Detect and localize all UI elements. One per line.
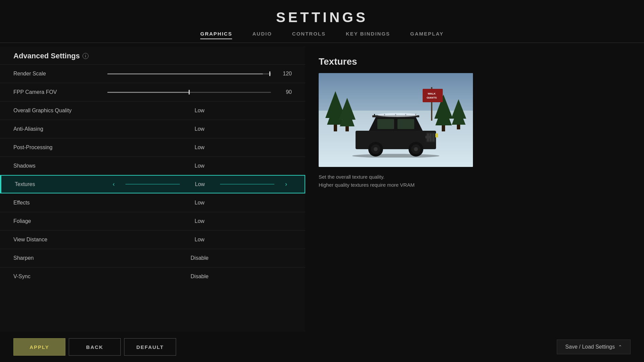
save-load-label: Save / Load Settings [565,344,615,350]
row-label-post-processing: Post-Processing [13,144,107,150]
slider-thumb-render-scale [269,71,270,76]
tree-right-2 [451,99,466,129]
row-label-view-distance: View Distance [13,237,107,243]
dropdown-overall-graphics-quality[interactable]: Low [107,108,292,114]
svg-rect-18 [377,119,394,129]
dropdown-value-post-processing: Low [186,144,213,150]
svg-text:GIANTS: GIANTS [427,96,437,99]
dropdown-post-processing[interactable]: Low [107,144,292,150]
page-title: SETTINGS [0,9,644,25]
svg-rect-19 [397,119,414,129]
left-panel: Advanced Settings i Render Scale 120 FPP… [0,46,305,362]
dropdown-value-anti-aliasing: Low [186,126,213,132]
slider-track-render-scale [107,73,271,74]
section-header: Advanced Settings i [0,46,305,64]
slider-value-fpp: 90 [275,89,292,95]
svg-marker-17 [369,117,423,131]
main-content: Advanced Settings i Render Scale 120 FPP… [0,46,644,362]
row-v-sync[interactable]: V-Sync Disable [0,267,305,286]
row-post-processing[interactable]: Post-Processing Low [0,138,305,157]
slider-thumb-fpp [189,90,190,95]
row-textures[interactable]: Textures ‹ Low › [0,175,305,193]
dropdown-v-sync[interactable]: Disable [107,274,292,280]
slider-track-fpp [107,92,271,93]
row-label-effects: Effects [13,200,107,206]
preview-desc-line1: Set the overall texture quality. [319,173,631,181]
tab-gameplay[interactable]: GAMEPLAY [410,31,444,39]
slider-fpp-camera-fov[interactable]: 90 [107,89,292,95]
svg-rect-24 [435,133,438,137]
row-label-textures: Textures [15,181,109,187]
dropdown-value-view-distance: Low [186,237,213,243]
section-title: Advanced Settings [13,52,80,60]
svg-point-37 [377,113,418,117]
dropdown-anti-aliasing[interactable]: Low [107,126,292,132]
textures-arrow-line [125,184,180,184]
row-label-anti-aliasing: Anti-Aliasing [13,126,107,132]
dropdown-value-shadows: Low [186,163,213,169]
dropdown-foliage[interactable]: Low [107,218,292,224]
row-overall-graphics-quality[interactable]: Overall Graphics Quality Low [0,101,305,120]
dropdown-value-v-sync: Disable [186,274,213,280]
left-buttons: APPLY BACK DEFAULT [13,338,176,356]
svg-rect-23 [432,133,434,141]
dropdown-view-distance[interactable]: Low [107,237,292,243]
info-icon[interactable]: i [83,53,89,59]
row-label-v-sync: V-Sync [13,274,107,280]
svg-rect-38 [425,136,431,138]
header: SETTINGS GRAPHICS AUDIO CONTROLS KEY BIN… [0,0,644,46]
chevron-up-icon: ⌃ [618,344,622,350]
row-view-distance[interactable]: View Distance Low [0,230,305,249]
default-button[interactable]: DEFAULT [124,338,176,356]
row-effects[interactable]: Effects Low [0,193,305,212]
row-foliage[interactable]: Foliage Low [0,212,305,230]
row-label-overall-graphics-quality: Overall Graphics Quality [13,108,107,114]
bottom-bar: APPLY BACK DEFAULT Save / Load Settings … [0,332,644,362]
tab-key-bindings[interactable]: KEY BINDINGS [346,31,390,39]
svg-rect-2 [334,125,337,131]
tab-controls[interactable]: CONTROLS [292,31,326,39]
preview-title: Textures [319,56,631,67]
slider-fill-fpp [107,92,189,93]
tab-graphics[interactable]: GRAPHICS [200,31,232,39]
svg-rect-16 [356,131,436,149]
dropdown-shadows[interactable]: Low [107,163,292,169]
svg-rect-32 [374,114,375,117]
row-label-render-scale: Render Scale [13,71,107,77]
slider-render-scale[interactable]: 120 [107,71,292,77]
save-load-button[interactable]: Save / Load Settings ⌃ [557,340,631,354]
svg-point-30 [414,147,418,151]
tab-audio[interactable]: AUDIO [252,31,272,39]
slider-fill-render-scale [107,73,263,74]
row-label-fpp-camera-fov: FPP Camera FOV [13,89,107,95]
dropdown-value-foliage: Low [186,218,213,224]
svg-rect-11 [457,125,460,129]
dropdown-effects[interactable]: Low [107,200,292,206]
textures-arrow-line2 [220,184,274,184]
row-label-foliage: Foliage [13,218,107,224]
tabs-bar: GRAPHICS AUDIO CONTROLS KEY BINDINGS GAM… [0,31,644,43]
dropdown-value-effects: Low [186,200,213,206]
preview-image: WALK GIANTS [319,73,473,167]
row-fpp-camera-fov[interactable]: FPP Camera FOV 90 [0,83,305,101]
svg-point-39 [352,154,439,158]
back-button[interactable]: BACK [69,338,121,356]
svg-text:WALK: WALK [428,92,436,95]
row-label-shadows: Shadows [13,163,107,169]
row-sharpen[interactable]: Sharpen Disable [0,249,305,267]
textures-arrow-left[interactable]: ‹ [109,181,119,188]
preview-desc-line2: Higher quality textures require more VRA… [319,181,631,189]
vehicle [345,111,446,158]
row-shadows[interactable]: Shadows Low [0,157,305,175]
dropdown-sharpen[interactable]: Disable [107,255,292,261]
svg-rect-13 [423,89,443,102]
dropdown-value-overall-graphics-quality: Low [186,108,213,114]
dropdown-value-sharpen: Disable [186,255,213,261]
row-render-scale[interactable]: Render Scale 120 [0,64,305,83]
textures-arrow-control: ‹ Low › [109,181,291,188]
textures-arrow-right[interactable]: › [281,181,291,188]
preview-description: Set the overall texture quality. Higher … [319,173,631,189]
row-anti-aliasing[interactable]: Anti-Aliasing Low [0,120,305,138]
apply-button[interactable]: APPLY [13,338,65,356]
slider-value-render-scale: 120 [275,71,292,77]
